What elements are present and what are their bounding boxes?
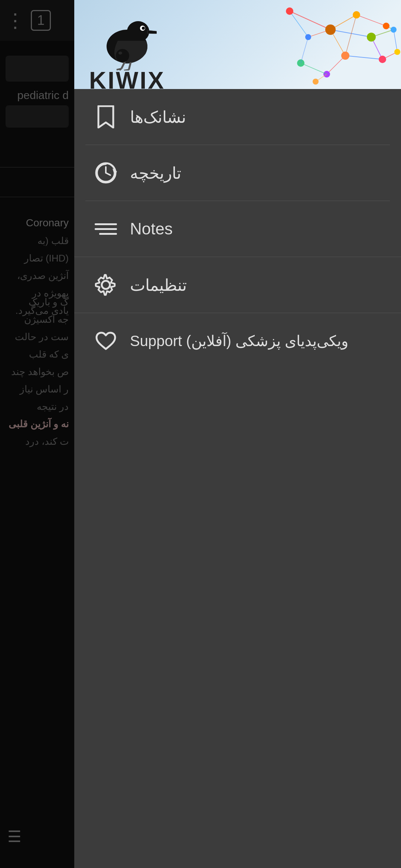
side-drawer: KIWIX: [74, 0, 401, 868]
support-label: ویکی‌پدیای پزشکی (آفلاین) Support: [130, 332, 348, 349]
drawer-scrim[interactable]: [0, 0, 74, 868]
svg-line-23: [345, 15, 356, 56]
notes-lines-icon: [95, 220, 117, 238]
history-icon-svg: [94, 161, 118, 185]
notes-icon: [93, 216, 119, 242]
bookmark-icon-svg: [97, 105, 115, 128]
drawer-menu: نشانک‌ها تاریخچه: [74, 89, 401, 257]
kiwi-bird-icon: [97, 11, 157, 70]
heart-icon: [93, 328, 119, 354]
menu-item-settings[interactable]: تنظیمات: [74, 257, 401, 313]
svg-line-46: [106, 173, 110, 175]
settings-icon: [93, 272, 119, 298]
menu-item-bookmarks[interactable]: نشانک‌ها: [74, 89, 401, 145]
svg-line-41: [316, 74, 327, 82]
support-section[interactable]: ویکی‌پدیای پزشکی (آفلاین) Support: [74, 313, 401, 369]
settings-label: تنظیمات: [130, 276, 187, 295]
svg-point-31: [367, 33, 376, 42]
svg-line-19: [345, 56, 382, 59]
heart-icon-svg: [95, 331, 117, 351]
menu-item-history[interactable]: تاریخچه: [74, 145, 401, 201]
svg-point-35: [394, 49, 400, 55]
bookmarks-label: نشانک‌ها: [130, 108, 186, 126]
svg-point-29: [353, 11, 360, 19]
bookmark-icon: [93, 104, 119, 130]
kiwix-brand-text: KIWIX: [89, 67, 165, 89]
network-graph: [215, 0, 401, 89]
kiwix-logo: KIWIX: [89, 11, 165, 89]
svg-point-30: [383, 23, 389, 29]
svg-line-42: [301, 37, 308, 63]
svg-point-28: [325, 24, 336, 35]
svg-point-33: [341, 52, 349, 60]
kiwix-banner: KIWIX: [74, 0, 401, 89]
menu-item-notes[interactable]: Notes: [74, 201, 401, 257]
svg-point-11: [118, 52, 122, 55]
svg-point-27: [286, 7, 293, 15]
svg-line-25: [394, 30, 397, 52]
svg-point-1: [127, 21, 149, 42]
history-icon: [93, 160, 119, 186]
svg-line-40: [301, 63, 327, 74]
svg-point-47: [102, 281, 110, 289]
svg-line-15: [356, 15, 386, 26]
notes-label: Notes: [130, 220, 173, 238]
settings-section: تنظیمات: [74, 257, 401, 313]
svg-point-34: [379, 56, 386, 63]
history-label: تاریخچه: [130, 164, 181, 183]
svg-point-3: [142, 27, 145, 30]
svg-line-12: [290, 11, 330, 30]
gear-icon-svg: [94, 273, 117, 296]
svg-point-10: [116, 49, 129, 62]
svg-point-32: [391, 27, 397, 33]
